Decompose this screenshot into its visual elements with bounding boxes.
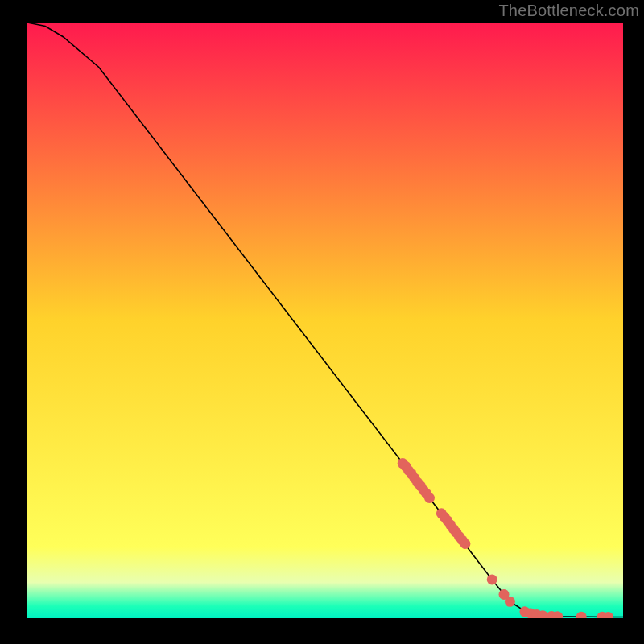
highlight-point	[424, 493, 435, 503]
attribution-label: TheBottleneck.com	[498, 2, 639, 20]
highlight-point	[505, 597, 515, 607]
highlight-point	[460, 539, 470, 549]
chart-frame: TheBottleneck.com	[0, 0, 644, 644]
highlight-point	[487, 574, 497, 584]
plot-background	[27, 23, 623, 618]
bottleneck-curve-plot	[27, 23, 623, 618]
